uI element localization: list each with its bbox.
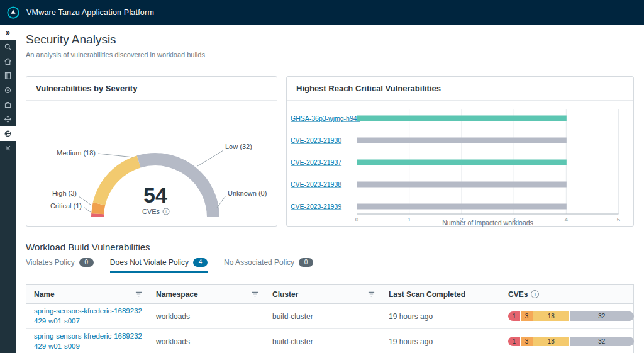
table-row: spring-sensors-kfrederic-1689232429-w01-… [26, 304, 633, 329]
cluster-cell: build-cluster [265, 335, 381, 349]
tab-violates-policy[interactable]: Violates Policy0 [26, 258, 94, 273]
col-label: Last Scan Completed [389, 290, 465, 299]
cve-badge-medium: 18 [533, 337, 570, 346]
app-header: VMware Tanzu Application Platform [0, 0, 644, 25]
reach-bar-chart: 012345GHSA-36p3-wjmg-h94xCVE-2023-21930C… [287, 101, 633, 227]
bar-GHSA-36p3-wjmg-h94x [357, 116, 567, 121]
table-row: spring-sensors-kfrederic-1689232429-w01-… [26, 329, 633, 353]
severity-card: Vulnerabilities by Severity Critical (1)… [26, 76, 277, 227]
gauge-label-low: Low (32) [225, 143, 252, 150]
table-header-row: NameNamespaceClusterLast Scan CompletedC… [26, 285, 633, 304]
sidebar-item-home[interactable] [0, 54, 16, 69]
target-icon [4, 86, 12, 94]
cve-link[interactable]: CVE-2023-21938 [291, 181, 341, 188]
tab-label: No Associated Policy [224, 258, 294, 267]
bar-CVE-2023-21937 [357, 160, 567, 165]
last-scan-cell: 19 hours ago [381, 335, 501, 349]
last-scan-cell: 19 hours ago [381, 310, 501, 323]
cve-link[interactable]: CVE-2023-21930 [291, 137, 341, 144]
gauge-label-high: High (3) [52, 189, 77, 197]
cve-badge-critical: 1 [508, 311, 521, 321]
reach-card: Highest Reach Critical Vulnerabilities 0… [286, 76, 634, 227]
tab-no-associated-policy[interactable]: No Associated Policy0 [224, 258, 313, 273]
gear-icon [4, 144, 12, 152]
cluster-cell: build-cluster [265, 310, 381, 323]
workload-section-title: Workload Build Vulnerabilities [26, 242, 150, 252]
sidebar-item-supply-chains[interactable] [0, 112, 16, 126]
cve-link[interactable]: GHSA-36p3-wjmg-h94x [291, 115, 361, 122]
page-subtitle: An analysis of vulnerabilities discovere… [26, 51, 205, 59]
workload-name-link[interactable]: spring-sensors-kfrederic-1689232429-w01-… [34, 306, 142, 326]
col-header-name: Name [26, 290, 148, 299]
svg-text:i: i [165, 210, 167, 214]
cve-badge-low: 32 [570, 337, 634, 346]
search-icon [4, 43, 12, 51]
bar-CVE-2023-21938 [357, 182, 567, 188]
info-icon[interactable]: i [531, 290, 539, 298]
col-header-cluster: Cluster [265, 290, 381, 299]
workload-name-link[interactable]: spring-sensors-kfrederic-1689232429-w01-… [34, 332, 142, 351]
cve-severity-bar: 131832 [508, 311, 634, 321]
x-tick: 1 [408, 216, 411, 223]
tab-label: Violates Policy [26, 258, 75, 267]
x-tick: 0 [355, 216, 358, 223]
cve-severity-bar: 131832 [508, 337, 634, 346]
col-header-namespace: Namespace [148, 290, 265, 299]
col-label: Namespace [156, 290, 198, 299]
gauge-label-medium: Medium (18) [57, 149, 96, 157]
tab-count-badge: 0 [79, 258, 94, 267]
sidebar-item-search[interactable] [0, 40, 16, 54]
filter-icon[interactable] [135, 291, 142, 298]
cve-link[interactable]: CVE-2023-21937 [291, 159, 341, 166]
cve-link[interactable]: CVE-2023-21939 [291, 203, 341, 210]
col-header-last_scan: Last Scan Completed [381, 290, 501, 299]
severity-card-title: Vulnerabilities by Severity [26, 77, 277, 101]
tab-count-badge: 4 [193, 258, 208, 267]
gauge-segment-high [97, 204, 99, 214]
cve-badge-high: 3 [521, 337, 533, 346]
x-axis-label: Number of impacted workloads [442, 219, 533, 227]
security-icon [4, 130, 12, 138]
x-tick: 5 [617, 216, 620, 223]
page-title: Security Analysis [26, 33, 116, 47]
sidebar-item-security-analysis[interactable] [0, 126, 16, 141]
tab-count-badge: 0 [299, 258, 313, 267]
sidebar-item-expand[interactable]: » [0, 25, 16, 40]
puzzle-icon [4, 101, 12, 109]
expand-icon: » [6, 28, 10, 36]
cve-badge-medium: 18 [533, 311, 570, 321]
bar-CVE-2023-21930 [357, 138, 567, 143]
tab-does-not-violate-policy[interactable]: Does Not Violate Policy4 [110, 258, 208, 273]
col-header-cves: CVEsi [501, 290, 633, 299]
sidebar-item-settings[interactable] [0, 141, 16, 155]
cve-badge-high: 3 [521, 311, 533, 321]
workload-table: NameNamespaceClusterLast Scan CompletedC… [26, 284, 634, 353]
sidebar-item-targets[interactable] [0, 83, 16, 98]
tab-label: Does Not Violate Policy [110, 258, 189, 267]
namespace-cell: workloads [148, 335, 265, 349]
gauge-label-unknown: Unknown (0) [228, 189, 267, 197]
sidebar-item-extensions[interactable] [0, 98, 16, 112]
col-label: Cluster [272, 290, 298, 299]
gauge-center-label: CVEs [142, 208, 160, 215]
col-label: CVEsi [508, 290, 539, 299]
severity-gauge-chart: Critical (1)High (3)Medium (18)Low (32)U… [26, 101, 277, 227]
gauge-label-critical: Critical (1) [50, 202, 82, 210]
x-tick: 4 [565, 216, 568, 223]
sidebar: » [0, 25, 16, 353]
gauge-total: 54 [143, 183, 167, 207]
bar-CVE-2023-21939 [357, 204, 567, 210]
col-label: Name [34, 290, 55, 299]
home-icon [4, 57, 12, 65]
reach-card-title: Highest Reach Critical Vulnerabilities [287, 77, 633, 101]
namespace-cell: workloads [148, 310, 265, 323]
gauge-segment-medium [99, 162, 139, 204]
cve-badge-critical: 1 [508, 337, 521, 346]
filter-icon[interactable] [368, 291, 375, 298]
app-title: VMware Tanzu Application Platform [26, 8, 154, 17]
tanzu-logo-icon [6, 6, 20, 20]
filter-icon[interactable] [252, 291, 258, 298]
catalog-icon [4, 72, 12, 80]
supply-chain-icon [4, 115, 12, 123]
sidebar-item-catalog[interactable] [0, 69, 16, 83]
